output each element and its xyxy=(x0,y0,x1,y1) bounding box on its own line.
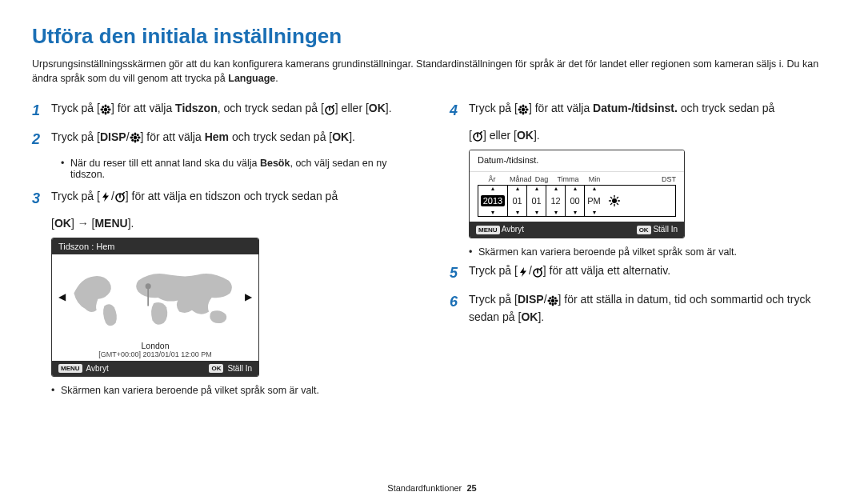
left-column: 1 Tryck på [] för att välja Tidszon, och… xyxy=(32,100,414,401)
year-stepper[interactable]: ▴ 2013 ▾ xyxy=(478,186,507,216)
timezone-city: London xyxy=(52,339,258,350)
ok-icon: OK xyxy=(521,310,538,323)
timer-icon xyxy=(114,191,126,202)
hour-stepper[interactable]: ▴ 12 ▾ xyxy=(546,186,565,216)
datetime-footer: MENU Avbryt OK Ställ In xyxy=(470,222,684,238)
timezone-meta: [GMT+00:00] 2013/01/01 12:00 PM xyxy=(52,350,258,361)
right-arrow-icon[interactable]: ▶ xyxy=(245,291,252,302)
page-footer: Standardfunktioner 25 xyxy=(0,483,864,493)
ok-icon: OK xyxy=(517,129,534,142)
ampm-stepper[interactable]: ▴ PM ▾ xyxy=(584,186,603,216)
page-title: Utföra den initiala inställningen xyxy=(32,24,832,49)
timer-icon xyxy=(472,130,483,142)
month-stepper[interactable]: ▴ 01 ▾ xyxy=(507,186,526,216)
cancel-label: Avbryt xyxy=(502,225,524,234)
ok-pill[interactable]: OK xyxy=(637,226,651,234)
set-label: Ställ In xyxy=(227,364,252,373)
datetime-title: Datum-/tidsinst. xyxy=(470,150,684,172)
step-4-after: [] eller [OK]. xyxy=(469,129,832,142)
disp-icon: DISP xyxy=(518,293,544,306)
flower-icon xyxy=(518,104,529,115)
footer-page: 25 xyxy=(466,483,476,493)
intro-text: Urpsrungsinställningsskärmen gör att du … xyxy=(32,57,832,86)
step-6: 6 Tryck på [DISP/] för att ställa in dat… xyxy=(450,291,832,326)
left-arrow-icon[interactable]: ◀ xyxy=(58,291,66,302)
menu-icon: MENU xyxy=(94,217,127,230)
step-4: 4 Tryck på [] för att välja Datum-/tidsi… xyxy=(450,100,832,122)
timer-icon xyxy=(532,266,543,278)
timezone-footer: MENU Avbryt OK Ställ In xyxy=(52,361,258,376)
footer-section: Standardfunktioner xyxy=(387,483,462,493)
day-stepper[interactable]: ▴ 01 ▾ xyxy=(526,186,546,216)
ok-icon: OK xyxy=(369,102,386,114)
flower-icon xyxy=(547,295,558,306)
disp-icon: DISP xyxy=(100,130,126,143)
step-1: 1 Tryck på [] för att välja Tidszon, och… xyxy=(32,100,414,122)
caret-down-icon: ▾ xyxy=(491,210,494,216)
menu-pill[interactable]: MENU xyxy=(476,226,500,234)
min-stepper[interactable]: ▴ 00 ▾ xyxy=(565,186,584,216)
flower-icon xyxy=(100,104,111,115)
header-year: År xyxy=(478,175,506,183)
header-hour: Timma xyxy=(554,175,582,183)
ok-icon: OK xyxy=(332,130,349,143)
header-dst: DST xyxy=(655,175,676,183)
intro-part1: Urpsrungsinställningsskärmen gör att du … xyxy=(32,58,818,84)
step-3: 3 Tryck på [/] för att välja en tidszon … xyxy=(32,188,414,210)
timer-icon xyxy=(324,104,335,115)
menu-pill[interactable]: MENU xyxy=(58,364,82,373)
datetime-headers: År Månad Dag Timma Min DST xyxy=(470,172,684,185)
intro-bold: Language xyxy=(228,73,275,84)
dst-sun-icon[interactable] xyxy=(603,186,626,216)
left-note: Skärmen kan variera beroende på vilket s… xyxy=(51,385,414,396)
datetime-grid: ▴ 2013 ▾ ▴ 01 ▾ ▴ 01 ▾ ▴ xyxy=(478,185,676,217)
ok-pill[interactable]: OK xyxy=(209,364,223,373)
datetime-preview: Datum-/tidsinst. År Månad Dag Timma Min … xyxy=(469,150,685,238)
step-5: 5 Tryck på [/] för att välja ett alterna… xyxy=(450,262,832,285)
flower-icon xyxy=(130,132,141,143)
step-3-after: [OK] → [MENU]. xyxy=(51,217,414,230)
flash-icon xyxy=(100,191,111,202)
step-2: 2 Tryck på [DISP/] för att välja Hem och… xyxy=(32,129,414,151)
timezone-title: Tidszon : Hem xyxy=(52,238,258,254)
header-day: Dag xyxy=(532,175,551,183)
intro-part2: . xyxy=(275,73,278,84)
world-map xyxy=(70,262,240,331)
set-label: Ställ In xyxy=(653,225,678,234)
svg-point-11 xyxy=(612,198,617,203)
timezone-preview: Tidszon : Hem ◀ xyxy=(51,238,259,377)
caret-up-icon: ▴ xyxy=(491,186,494,192)
right-column: 4 Tryck på [] för att välja Datum-/tidsi… xyxy=(450,100,832,401)
timezone-map: ◀ ▶ xyxy=(52,254,258,339)
cancel-label: Avbryt xyxy=(86,364,109,373)
step-2-sub: När du reser till ett annat land ska du … xyxy=(61,158,414,180)
flash-icon xyxy=(518,266,529,278)
header-min: Min xyxy=(585,175,604,183)
header-month: Månad xyxy=(510,175,529,183)
right-note: Skärmen kan variera beroende på vilket s… xyxy=(469,246,832,258)
ok-icon: OK xyxy=(54,217,71,230)
